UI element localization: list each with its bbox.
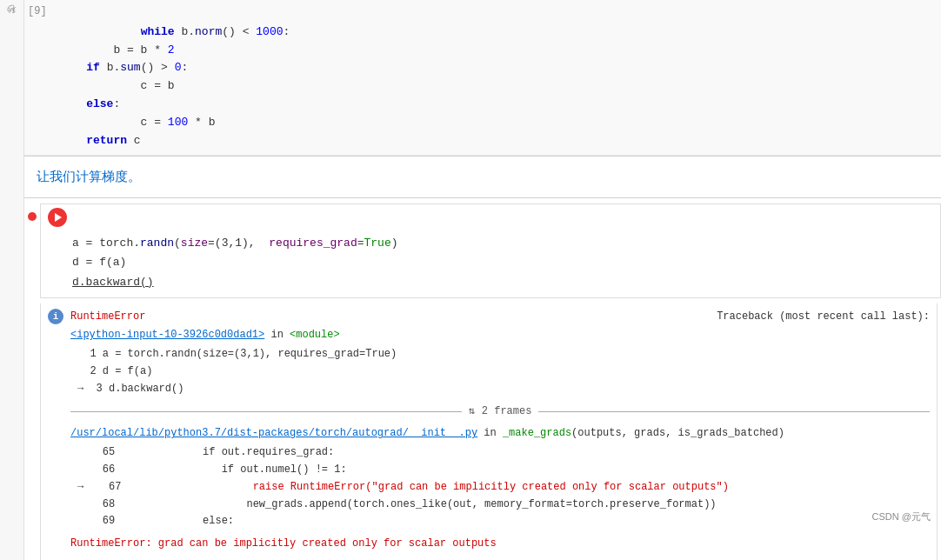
run-button[interactable] bbox=[48, 208, 67, 227]
traceback-header: RuntimeError Traceback (most recent call… bbox=[70, 309, 930, 326]
csdn-watermark: CSDN @元气 bbox=[872, 510, 931, 523]
line2-num: 2 bbox=[90, 365, 96, 377]
snippet-line-68: 68 new_grads.append(torch.ones_like(out,… bbox=[77, 497, 930, 514]
module-text: <module> bbox=[290, 329, 340, 341]
frames-label: 2 frames bbox=[482, 403, 532, 421]
notebook-container: 秒 [9] while b.norm() < 1000: b = b * 2 i… bbox=[0, 0, 941, 560]
cell-number: [9] bbox=[28, 5, 47, 17]
traceback-content: RuntimeError Traceback (most recent call… bbox=[70, 309, 930, 557]
snippet-line-67-arrow: → 67 raise RuntimeError("grad can be imp… bbox=[77, 479, 930, 497]
line65-num: 65 bbox=[103, 446, 115, 458]
raise-line: raise RuntimeError("grad can be implicit… bbox=[246, 481, 729, 493]
arrow67-num: 67 bbox=[109, 481, 121, 493]
output-circle-icon: i bbox=[48, 309, 63, 324]
divider-left bbox=[70, 411, 462, 412]
divider-right bbox=[538, 411, 930, 412]
final-error: RuntimeError: grad can be implicitly cre… bbox=[70, 530, 930, 557]
snippet-line-65: 65 if out.requires_grad: bbox=[77, 444, 930, 462]
output-area: i RuntimeError Traceback (most recent ca… bbox=[40, 303, 938, 560]
main-content: [9] while b.norm() < 1000: b = b * 2 if … bbox=[24, 0, 941, 560]
active-cell-wrapper: a = torch.randn(size=(3,1), requires_gra… bbox=[24, 198, 941, 303]
func-name: _make_grads bbox=[503, 427, 571, 439]
active-cell-box: a = torch.randn(size=(3,1), requires_gra… bbox=[40, 203, 941, 297]
tb-line-1: 1 a = torch.randn(size=(3,1), requires_g… bbox=[77, 346, 930, 363]
line66-code: if out.numel() != 1: bbox=[215, 463, 346, 476]
run-icon bbox=[55, 213, 62, 222]
in-text: in bbox=[270, 329, 290, 341]
code-snippet: 65 if out.requires_grad: 66 if out.numel… bbox=[70, 444, 930, 530]
arrow-num: 3 bbox=[97, 383, 103, 395]
error-type: RuntimeError bbox=[70, 309, 145, 326]
error-dot bbox=[28, 212, 37, 221]
frames-divider: ⇅ 2 frames bbox=[70, 398, 930, 426]
file-path[interactable]: /usr/local/lib/python3.7/dist-packages/t… bbox=[70, 427, 477, 439]
line68-code: new_grads.append(torch.ones_like(out, me… bbox=[240, 498, 716, 510]
line69-code: else: bbox=[197, 515, 234, 527]
file-path-line: /usr/local/lib/python3.7/dist-packages/t… bbox=[70, 425, 930, 443]
traceback-label: Traceback (most recent call last): bbox=[717, 309, 930, 326]
tb-line-arrow: → 3 d.backward() bbox=[77, 381, 930, 398]
func-args: (outputs, grads, is_grads_batched) bbox=[571, 427, 784, 439]
active-cell-inner: a = torch.randn(size=(3,1), requires_gra… bbox=[28, 203, 941, 297]
chinese-heading: 让我们计算梯度。 bbox=[24, 157, 941, 197]
in-text-2: in bbox=[484, 427, 503, 439]
snippet-line-69: 69 else: bbox=[77, 513, 930, 530]
line65-code: if out.requires_grad: bbox=[197, 446, 334, 458]
file-link-line: <ipython-input-10-3926c0d0dad1> in <modu… bbox=[70, 327, 930, 344]
output-row: i RuntimeError Traceback (most recent ca… bbox=[41, 303, 937, 560]
line68-num: 68 bbox=[103, 498, 115, 510]
line69-num: 69 bbox=[103, 515, 115, 527]
line1-num: 1 bbox=[90, 348, 96, 360]
active-cell-code: a = torch.randn(size=(3,1), requires_gra… bbox=[41, 230, 940, 297]
output-icon-col: i bbox=[48, 309, 70, 324]
snippet-line-66: 66 if out.numel() != 1: bbox=[77, 462, 930, 479]
line66-num: 66 bbox=[103, 463, 115, 476]
traceback-code-lines: 1 a = torch.randn(size=(3,1), requires_g… bbox=[70, 346, 930, 397]
frames-icon: ⇅ bbox=[469, 403, 475, 421]
left-gutter: 秒 bbox=[0, 0, 24, 560]
code-cell-top: [9] while b.norm() < 1000: b = b * 2 if … bbox=[24, 0, 941, 156]
code-block-top: while b.norm() < 1000: b = b * 2 if b.su… bbox=[33, 5, 941, 150]
ipython-link[interactable]: <ipython-input-10-3926c0d0dad1> bbox=[70, 329, 264, 341]
tb-line-2: 2 d = f(a) bbox=[77, 363, 930, 381]
cell-toolbar bbox=[41, 204, 940, 230]
